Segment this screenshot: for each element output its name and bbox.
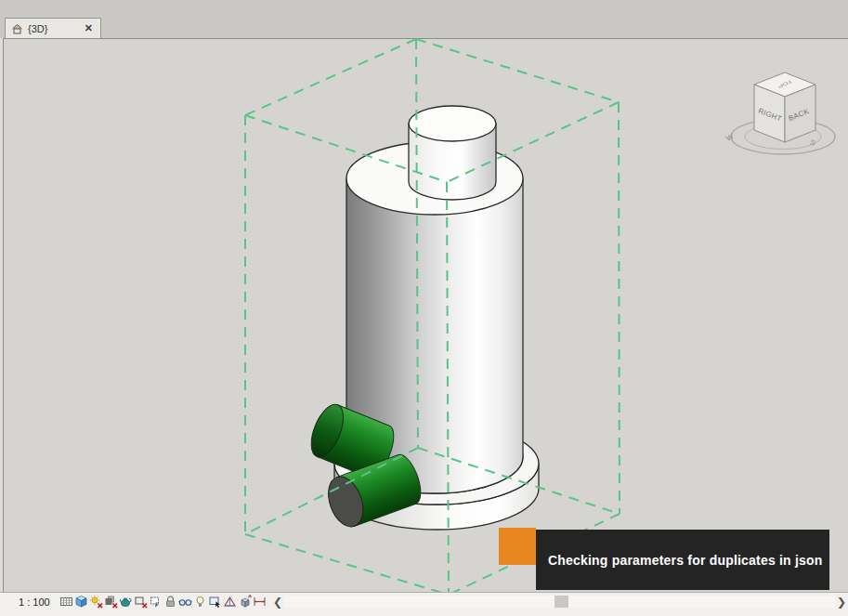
sun-path-off-icon[interactable] [89,595,103,609]
view-lock-icon[interactable] [163,595,177,609]
reveal-constraints-icon[interactable] [253,595,267,609]
reveal-hidden-elements-icon[interactable] [193,595,207,609]
caption-text: Checking parameters for duplicates in js… [548,553,822,568]
displacement-sets-icon[interactable] [238,595,252,609]
temporary-view-properties-icon[interactable] [208,595,222,609]
revit-family-editor-window: W S RIGHT BACK TOP Checking parameters f… [0,0,848,616]
detail-level-icon[interactable] [59,595,73,609]
shadows-off-icon[interactable] [104,595,118,609]
view-tab-label: {3D} [28,23,78,34]
view-tab-3d[interactable]: {3D} ✕ [5,18,101,38]
view-control-icons [59,595,267,609]
view-tab-bar: {3D} ✕ [0,17,848,38]
scrollbar-right-arrow[interactable]: ❯ [837,596,846,609]
horizontal-scrollbar[interactable] [284,596,835,608]
home-3d-view-icon [11,23,23,34]
view-control-bar: 1 : 100 ❮ ❯ [0,592,848,616]
show-rendering-dialog-icon[interactable] [119,595,133,609]
scrollbar-left-arrow[interactable]: ❮ [273,596,282,609]
caption-accent-square [499,528,536,565]
visual-style-icon[interactable] [74,595,88,609]
canvas-left-margin [0,38,4,592]
scrollbar-thumb[interactable] [554,596,568,608]
crop-view-off-icon[interactable] [134,595,148,609]
title-strip [0,0,848,17]
show-crop-region-icon[interactable] [149,595,163,609]
drawing-area[interactable] [0,38,848,592]
caption-overlay: Checking parameters for duplicates in js… [499,528,829,590]
close-tab-icon[interactable]: ✕ [83,22,95,34]
temporary-hide-isolate-icon[interactable] [178,595,192,609]
view-scale-button[interactable]: 1 : 100 [19,596,50,608]
analytical-model-off-icon[interactable] [223,595,237,609]
caption-text-box: Checking parameters for duplicates in js… [536,530,829,590]
